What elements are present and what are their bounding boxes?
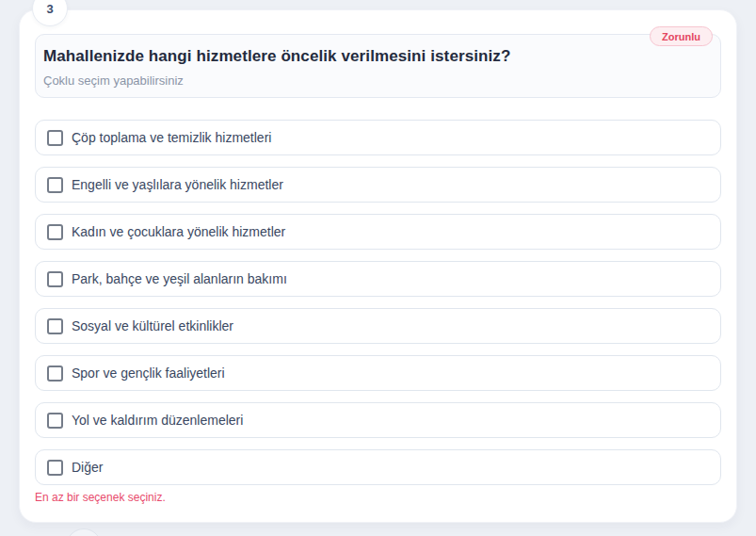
checkbox[interactable] (47, 130, 63, 146)
option-row-cop-toplama[interactable]: Çöp toplama ve temizlik hizmetleri (35, 120, 721, 155)
option-label: Engelli ve yaşlılara yönelik hizmetler (72, 177, 283, 192)
required-badge: Zorunlu (650, 26, 713, 46)
option-row-park-bahce[interactable]: Park, bahçe ve yeşil alanların bakımı (35, 261, 721, 297)
checkbox[interactable] (47, 177, 63, 193)
checkbox[interactable] (47, 271, 63, 287)
options-list: Çöp toplama ve temizlik hizmetleri Engel… (35, 120, 721, 485)
question-subtitle: Çoklu seçim yapabilirsiniz (43, 73, 707, 88)
page: { "page": { "background_color": "#edf0f5… (0, 0, 756, 536)
option-label: Yol ve kaldırım düzenlemeleri (72, 413, 243, 428)
checkbox[interactable] (47, 318, 63, 334)
checkbox[interactable] (47, 460, 63, 476)
option-label: Diğer (72, 460, 103, 475)
option-row-yol-kaldirim[interactable]: Yol ve kaldırım düzenlemeleri (35, 402, 721, 438)
question-title: Mahallenizde hangi hizmetlere öncelik ve… (43, 47, 707, 66)
option-label: Sosyal ve kültürel etkinlikler (72, 318, 233, 333)
question-header: Mahallenizde hangi hizmetlere öncelik ve… (35, 34, 721, 98)
option-label: Kadın ve çocuklara yönelik hizmetler (72, 224, 285, 239)
option-row-diger[interactable]: Diğer (35, 449, 721, 485)
option-label: Çöp toplama ve temizlik hizmetleri (72, 130, 271, 145)
checkbox[interactable] (47, 413, 63, 429)
question-card: 3 Zorunlu Mahallenizde hangi hizmetlere … (19, 9, 737, 523)
option-label: Spor ve gençlik faaliyetleri (72, 365, 225, 381)
checkbox[interactable] (47, 365, 63, 382)
option-row-engelli-yaslilar[interactable]: Engelli ve yaşlılara yönelik hizmetler (35, 167, 721, 203)
option-label: Park, bahçe ve yeşil alanların bakımı (72, 271, 287, 286)
question-number-badge: 3 (32, 0, 68, 26)
validation-error: En az bir seçenek seçiniz. (35, 491, 166, 504)
option-row-spor-genclik[interactable]: Spor ve gençlik faaliyetleri (35, 355, 721, 391)
question-number: 3 (46, 2, 53, 16)
option-row-kadin-cocuk[interactable]: Kadın ve çocuklara yönelik hizmetler (35, 214, 721, 250)
option-row-sosyal-kulturel[interactable]: Sosyal ve kültürel etkinlikler (35, 308, 721, 344)
checkbox[interactable] (47, 224, 63, 240)
next-question-badge-partial (66, 528, 102, 536)
